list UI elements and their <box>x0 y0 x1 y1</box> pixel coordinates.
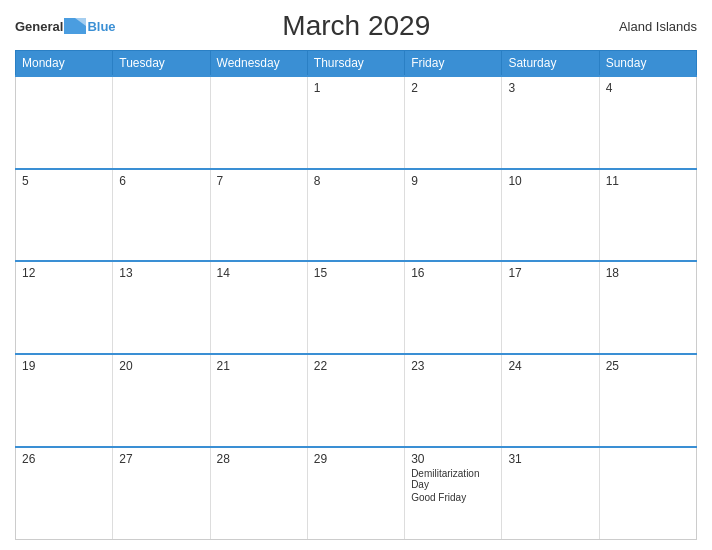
calendar-cell: 28 <box>210 447 307 540</box>
logo-flag-icon <box>64 18 86 34</box>
calendar-week-row: 19202122232425 <box>16 354 697 447</box>
day-number: 13 <box>119 266 203 280</box>
calendar-cell: 2 <box>405 76 502 169</box>
day-number: 30 <box>411 452 495 466</box>
day-number: 22 <box>314 359 398 373</box>
calendar-table: Monday Tuesday Wednesday Thursday Friday… <box>15 50 697 540</box>
calendar-cell: 26 <box>16 447 113 540</box>
col-monday: Monday <box>16 51 113 77</box>
calendar-cell: 6 <box>113 169 210 262</box>
calendar-cell: 27 <box>113 447 210 540</box>
day-number: 18 <box>606 266 690 280</box>
day-number: 9 <box>411 174 495 188</box>
calendar-page: General Blue March 2029 Aland Islands Mo… <box>0 0 712 550</box>
day-number: 5 <box>22 174 106 188</box>
calendar-cell: 20 <box>113 354 210 447</box>
calendar-cell: 21 <box>210 354 307 447</box>
calendar-week-row: 567891011 <box>16 169 697 262</box>
calendar-event: Good Friday <box>411 492 495 503</box>
calendar-cell <box>599 447 696 540</box>
day-number: 6 <box>119 174 203 188</box>
day-number: 26 <box>22 452 106 466</box>
day-number: 31 <box>508 452 592 466</box>
day-number: 24 <box>508 359 592 373</box>
calendar-cell: 1 <box>307 76 404 169</box>
day-number: 15 <box>314 266 398 280</box>
calendar-header-row: Monday Tuesday Wednesday Thursday Friday… <box>16 51 697 77</box>
col-wednesday: Wednesday <box>210 51 307 77</box>
calendar-week-row: 12131415161718 <box>16 261 697 354</box>
day-number: 14 <box>217 266 301 280</box>
day-number: 20 <box>119 359 203 373</box>
calendar-cell: 30Demilitarization DayGood Friday <box>405 447 502 540</box>
logo-blue-text: Blue <box>87 19 115 34</box>
day-number: 28 <box>217 452 301 466</box>
logo: General Blue <box>15 18 116 34</box>
col-sunday: Sunday <box>599 51 696 77</box>
calendar-week-row: 1234 <box>16 76 697 169</box>
region-label: Aland Islands <box>597 19 697 34</box>
calendar-title: March 2029 <box>116 10 597 42</box>
calendar-cell: 22 <box>307 354 404 447</box>
calendar-cell: 7 <box>210 169 307 262</box>
calendar-cell: 8 <box>307 169 404 262</box>
day-number: 21 <box>217 359 301 373</box>
calendar-cell: 23 <box>405 354 502 447</box>
calendar-cell: 14 <box>210 261 307 354</box>
calendar-cell: 25 <box>599 354 696 447</box>
day-number: 4 <box>606 81 690 95</box>
calendar-cell <box>16 76 113 169</box>
calendar-cell: 9 <box>405 169 502 262</box>
logo-general-text: General <box>15 19 63 34</box>
calendar-cell: 31 <box>502 447 599 540</box>
day-number: 8 <box>314 174 398 188</box>
day-number: 7 <box>217 174 301 188</box>
col-friday: Friday <box>405 51 502 77</box>
day-number: 29 <box>314 452 398 466</box>
day-number: 16 <box>411 266 495 280</box>
col-tuesday: Tuesday <box>113 51 210 77</box>
calendar-cell: 10 <box>502 169 599 262</box>
day-number: 10 <box>508 174 592 188</box>
calendar-cell: 17 <box>502 261 599 354</box>
calendar-cell <box>113 76 210 169</box>
calendar-cell: 12 <box>16 261 113 354</box>
calendar-cell: 15 <box>307 261 404 354</box>
day-number: 2 <box>411 81 495 95</box>
day-number: 12 <box>22 266 106 280</box>
calendar-cell <box>210 76 307 169</box>
header: General Blue March 2029 Aland Islands <box>15 10 697 42</box>
day-number: 19 <box>22 359 106 373</box>
calendar-cell: 24 <box>502 354 599 447</box>
calendar-cell: 4 <box>599 76 696 169</box>
day-number: 1 <box>314 81 398 95</box>
calendar-week-row: 2627282930Demilitarization DayGood Frida… <box>16 447 697 540</box>
calendar-cell: 13 <box>113 261 210 354</box>
calendar-cell: 19 <box>16 354 113 447</box>
day-number: 23 <box>411 359 495 373</box>
calendar-cell: 18 <box>599 261 696 354</box>
calendar-cell: 16 <box>405 261 502 354</box>
calendar-cell: 3 <box>502 76 599 169</box>
day-number: 25 <box>606 359 690 373</box>
calendar-event: Demilitarization Day <box>411 468 495 490</box>
calendar-cell: 11 <box>599 169 696 262</box>
day-number: 17 <box>508 266 592 280</box>
col-thursday: Thursday <box>307 51 404 77</box>
col-saturday: Saturday <box>502 51 599 77</box>
calendar-cell: 5 <box>16 169 113 262</box>
day-number: 11 <box>606 174 690 188</box>
day-number: 3 <box>508 81 592 95</box>
calendar-cell: 29 <box>307 447 404 540</box>
day-number: 27 <box>119 452 203 466</box>
